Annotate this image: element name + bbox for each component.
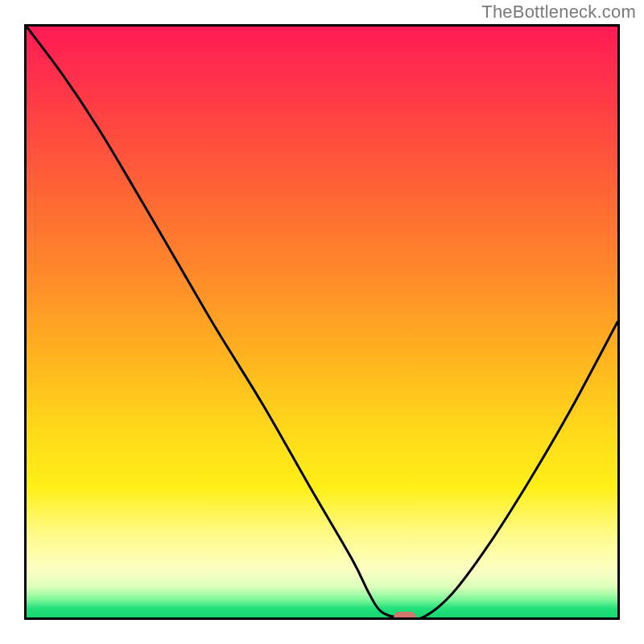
valley-marker: [394, 612, 416, 620]
curve-path: [27, 27, 617, 617]
chart-stage: TheBottleneck.com: [0, 0, 644, 644]
bottleneck-curve: [27, 27, 617, 617]
watermark-text: TheBottleneck.com: [481, 2, 636, 23]
chart-frame: [24, 24, 620, 620]
